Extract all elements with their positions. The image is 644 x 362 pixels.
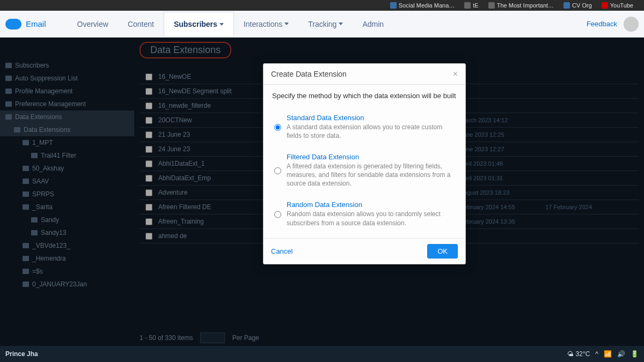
sidebar-folder[interactable]: _Hemendra	[0, 252, 134, 265]
tray-battery-icon[interactable]: 🔋	[631, 350, 639, 358]
row-checkbox[interactable]	[145, 131, 152, 138]
nav-label: Admin	[362, 20, 384, 28]
creation-method-option[interactable]: Random Data ExtensionRandom data extensi…	[272, 195, 457, 234]
option-label: Random Data Extension	[287, 201, 455, 209]
sidebar-folder[interactable]: Profile Management	[0, 85, 134, 98]
folder-icon	[23, 256, 29, 261]
option-label: Standard Data Extension	[287, 114, 455, 122]
row-checkbox[interactable]	[145, 189, 152, 196]
sidebar-folder[interactable]: Data Extensions	[0, 110, 134, 123]
cancel-button[interactable]: Cancel	[271, 247, 292, 255]
folder-label: Profile Management	[15, 87, 72, 95]
row-date: 25 April 2023 01:48	[452, 160, 545, 167]
nav-interactions[interactable]: Interactions	[234, 12, 298, 36]
folder-icon	[5, 101, 12, 107]
sidebar-folder[interactable]: Data Extensions	[0, 123, 134, 136]
bookmark-favicon-icon	[390, 2, 397, 9]
nav-admin[interactable]: Admin	[353, 12, 393, 36]
bookmark[interactable]: Social Media Mana…	[390, 2, 455, 9]
sidebar-folder[interactable]: Trail41 Filter	[0, 149, 134, 162]
row-checkbox[interactable]	[145, 204, 152, 211]
nav-content[interactable]: Content	[118, 12, 164, 36]
nav-label: Content	[128, 20, 154, 28]
bookmark-label: The Most Important…	[497, 2, 554, 9]
folder-icon	[23, 282, 29, 287]
sidebar-folder[interactable]: SAAV	[0, 175, 134, 188]
nav-tracking[interactable]: Tracking	[298, 12, 353, 36]
tray-chevron-icon[interactable]: ^	[595, 350, 598, 358]
folder-label: Trail41 Filter	[41, 152, 76, 159]
app-brand: Email	[26, 19, 46, 28]
row-checkbox[interactable]	[145, 117, 152, 124]
weather-widget[interactable]: 🌤 32°C	[567, 350, 590, 358]
sidebar-folder[interactable]: Sandy	[0, 213, 134, 226]
row-checkbox[interactable]	[145, 73, 152, 80]
presenter-name: Prince Jha	[5, 350, 38, 358]
radio-input[interactable]	[274, 202, 281, 227]
row-checkbox[interactable]	[145, 175, 152, 182]
folder-icon	[23, 166, 29, 171]
folder-icon	[23, 204, 29, 210]
row-date2: 17 February 2024	[545, 204, 639, 210]
sidebar-folder[interactable]: Auto Suppression List	[0, 72, 134, 85]
row-checkbox[interactable]	[145, 233, 152, 240]
row-date: 21 June 2023 12:25	[452, 131, 545, 138]
tray-wifi-icon[interactable]: 📶	[604, 350, 612, 358]
per-page-select[interactable]	[200, 333, 224, 343]
per-page-label: Per Page	[232, 334, 259, 342]
folder-label: _VBVde123_	[32, 242, 70, 249]
creation-method-option[interactable]: Standard Data ExtensionA standard data e…	[272, 108, 457, 147]
browser-bookmarks: Social Media Mana…tEThe Most Important…C…	[0, 0, 644, 11]
sidebar-folder[interactable]: 0_JANUARY23Jan	[0, 278, 134, 291]
table-footer: 1 - 50 of 330 items Per Page	[140, 333, 267, 343]
bookmark[interactable]: CV Org	[564, 2, 592, 9]
folder-label: 0_JANUARY23Jan	[32, 280, 87, 288]
modal-title: Create Data Extension	[271, 70, 347, 78]
pagination-range: 1 - 50 of 330 items	[140, 334, 193, 342]
bookmark[interactable]: The Most Important…	[488, 2, 554, 9]
sidebar-folder[interactable]: _VBVde123_	[0, 239, 134, 252]
row-checkbox[interactable]	[145, 218, 152, 225]
row-checkbox[interactable]	[145, 102, 152, 109]
creation-method-option[interactable]: Filtered Data ExtensionA filtered data e…	[272, 147, 457, 196]
sidebar-folder[interactable]: Sandy13	[0, 226, 134, 239]
folder-label: 1_MPT	[32, 139, 53, 146]
sidebar-folder[interactable]: Preference Management	[0, 98, 134, 110]
sidebar-folder[interactable]: _Sarita	[0, 201, 134, 213]
sidebar-folder[interactable]: 1_MPT	[0, 136, 134, 149]
radio-input[interactable]	[274, 154, 281, 188]
close-icon[interactable]: ×	[453, 69, 458, 79]
row-checkbox[interactable]	[145, 160, 152, 167]
tray-volume-icon[interactable]: 🔊	[617, 350, 625, 358]
option-description: A filtered data extension is generated b…	[287, 162, 455, 188]
row-checkbox[interactable]	[145, 88, 152, 95]
folder-icon	[31, 230, 38, 235]
bookmark-label: YouTube	[610, 2, 633, 9]
row-date: 17 February 2024 14:55	[452, 204, 545, 210]
row-checkbox[interactable]	[145, 146, 152, 153]
radio-input[interactable]	[274, 115, 281, 140]
folder-icon	[23, 140, 29, 145]
bookmark[interactable]: tE	[464, 2, 478, 9]
sidebar-folder[interactable]: =$s	[0, 265, 134, 278]
nav-overview[interactable]: Overview	[68, 12, 118, 36]
bookmark-favicon-icon	[602, 2, 608, 9]
folder-label: Preference Management	[15, 100, 86, 108]
row-date: 24 June 2023 12:27	[452, 146, 545, 152]
windows-taskbar: Prince Jha 🌤 32°C ^ 📶 🔊 🔋	[0, 346, 644, 362]
sidebar-folder[interactable]: SPRPS	[0, 188, 134, 201]
folder-icon	[14, 127, 20, 132]
sidebar-folder[interactable]: 50_Akshay	[0, 162, 134, 175]
row-date: 18 August 2023 18:23	[452, 189, 545, 196]
bookmark[interactable]: YouTube	[602, 2, 633, 9]
feedback-link[interactable]: Feedback	[587, 20, 617, 28]
folder-tree: SubscribersAuto Suppression ListProfile …	[0, 59, 134, 291]
option-label: Filtered Data Extension	[287, 153, 455, 161]
chevron-down-icon	[339, 23, 343, 25]
sidebar-folder[interactable]: Subscribers	[0, 59, 134, 72]
avatar[interactable]	[624, 17, 639, 32]
folder-icon	[5, 88, 12, 94]
ok-button[interactable]: OK	[427, 244, 458, 258]
folder-icon	[5, 114, 12, 120]
nav-subscribers[interactable]: Subscribers	[164, 12, 234, 36]
